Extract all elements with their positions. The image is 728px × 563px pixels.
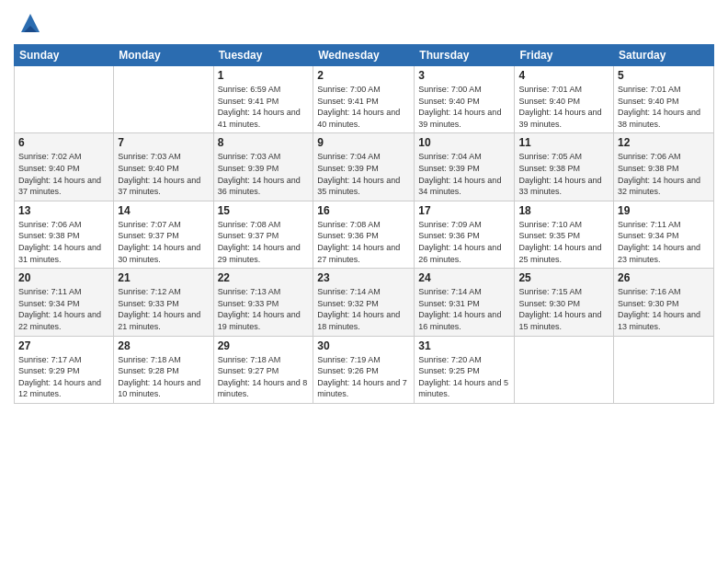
- calendar-cell: 25Sunrise: 7:15 AMSunset: 9:30 PMDayligh…: [515, 269, 614, 336]
- day-number: 11: [518, 136, 609, 149]
- calendar-cell: 7Sunrise: 7:03 AMSunset: 9:40 PMDaylight…: [114, 133, 213, 201]
- day-number: 23: [317, 271, 410, 284]
- page: SundayMondayTuesdayWednesdayThursdayFrid…: [0, 0, 728, 563]
- day-number: 29: [218, 339, 310, 352]
- cell-info: Sunrise: 7:04 AMSunset: 9:39 PMDaylight:…: [317, 151, 410, 197]
- calendar-cell: 12Sunrise: 7:06 AMSunset: 9:38 PMDayligh…: [614, 133, 714, 201]
- calendar-week-row: 20Sunrise: 7:11 AMSunset: 9:34 PMDayligh…: [15, 269, 714, 336]
- calendar-week-row: 1Sunrise: 6:59 AMSunset: 9:41 PMDaylight…: [15, 66, 714, 133]
- cell-info: Sunrise: 7:13 AMSunset: 9:33 PMDaylight:…: [218, 286, 310, 332]
- weekday-header: Wednesday: [313, 45, 415, 66]
- calendar-cell: 26Sunrise: 7:16 AMSunset: 9:30 PMDayligh…: [614, 269, 714, 336]
- calendar-week-row: 6Sunrise: 7:02 AMSunset: 9:40 PMDaylight…: [15, 133, 714, 201]
- weekday-header: Friday: [515, 45, 614, 66]
- cell-info: Sunrise: 7:19 AMSunset: 9:26 PMDaylight:…: [317, 354, 410, 400]
- day-number: 17: [418, 204, 510, 217]
- day-number: 27: [18, 339, 109, 352]
- weekday-header-row: SundayMondayTuesdayWednesdayThursdayFrid…: [15, 45, 714, 66]
- calendar-cell: 22Sunrise: 7:13 AMSunset: 9:33 PMDayligh…: [213, 269, 313, 336]
- day-number: 5: [618, 69, 710, 82]
- cell-info: Sunrise: 7:20 AMSunset: 9:25 PMDaylight:…: [418, 354, 510, 400]
- day-number: 20: [18, 271, 109, 284]
- day-number: 3: [418, 69, 510, 82]
- day-number: 26: [618, 271, 710, 284]
- day-number: 24: [418, 271, 510, 284]
- day-number: 28: [118, 339, 209, 352]
- day-number: 16: [317, 204, 410, 217]
- weekday-header: Sunday: [15, 45, 114, 66]
- calendar-cell: 11Sunrise: 7:05 AMSunset: 9:38 PMDayligh…: [515, 133, 614, 201]
- weekday-header: Thursday: [415, 45, 515, 66]
- cell-info: Sunrise: 7:18 AMSunset: 9:27 PMDaylight:…: [218, 354, 310, 400]
- calendar-table: SundayMondayTuesdayWednesdayThursdayFrid…: [14, 44, 714, 404]
- calendar-cell: 28Sunrise: 7:18 AMSunset: 9:28 PMDayligh…: [114, 336, 213, 403]
- cell-info: Sunrise: 7:14 AMSunset: 9:31 PMDaylight:…: [418, 286, 510, 332]
- calendar-week-row: 13Sunrise: 7:06 AMSunset: 9:38 PMDayligh…: [15, 201, 714, 268]
- calendar-cell: 20Sunrise: 7:11 AMSunset: 9:34 PMDayligh…: [15, 269, 114, 336]
- calendar-cell: 29Sunrise: 7:18 AMSunset: 9:27 PMDayligh…: [213, 336, 313, 403]
- calendar-cell: 1Sunrise: 6:59 AMSunset: 9:41 PMDaylight…: [213, 66, 313, 133]
- day-number: 10: [418, 136, 510, 149]
- cell-info: Sunrise: 7:01 AMSunset: 9:40 PMDaylight:…: [518, 84, 609, 130]
- cell-info: Sunrise: 7:11 AMSunset: 9:34 PMDaylight:…: [18, 286, 109, 332]
- cell-info: Sunrise: 7:04 AMSunset: 9:39 PMDaylight:…: [418, 151, 510, 197]
- calendar-cell: 2Sunrise: 7:00 AMSunset: 9:41 PMDaylight…: [313, 66, 415, 133]
- calendar-cell: [15, 66, 114, 133]
- cell-info: Sunrise: 7:06 AMSunset: 9:38 PMDaylight:…: [18, 219, 109, 265]
- cell-info: Sunrise: 7:01 AMSunset: 9:40 PMDaylight:…: [618, 84, 710, 130]
- cell-info: Sunrise: 7:09 AMSunset: 9:36 PMDaylight:…: [418, 219, 510, 265]
- cell-info: Sunrise: 7:14 AMSunset: 9:32 PMDaylight:…: [317, 286, 410, 332]
- cell-info: Sunrise: 7:00 AMSunset: 9:40 PMDaylight:…: [418, 84, 510, 130]
- cell-info: Sunrise: 7:06 AMSunset: 9:38 PMDaylight:…: [618, 151, 710, 197]
- day-number: 30: [317, 339, 410, 352]
- calendar-cell: [515, 336, 614, 403]
- day-number: 22: [218, 271, 310, 284]
- cell-info: Sunrise: 6:59 AMSunset: 9:41 PMDaylight:…: [218, 84, 310, 130]
- day-number: 1: [218, 69, 310, 82]
- weekday-header: Saturday: [614, 45, 714, 66]
- day-number: 4: [518, 69, 609, 82]
- calendar-cell: 21Sunrise: 7:12 AMSunset: 9:33 PMDayligh…: [114, 269, 213, 336]
- cell-info: Sunrise: 7:08 AMSunset: 9:37 PMDaylight:…: [218, 219, 310, 265]
- cell-info: Sunrise: 7:15 AMSunset: 9:30 PMDaylight:…: [518, 286, 609, 332]
- cell-info: Sunrise: 7:03 AMSunset: 9:40 PMDaylight:…: [118, 151, 209, 197]
- day-number: 8: [218, 136, 310, 149]
- cell-info: Sunrise: 7:10 AMSunset: 9:35 PMDaylight:…: [518, 219, 609, 265]
- cell-info: Sunrise: 7:02 AMSunset: 9:40 PMDaylight:…: [18, 151, 109, 197]
- day-number: 25: [518, 271, 609, 284]
- weekday-header: Tuesday: [213, 45, 313, 66]
- calendar-cell: [114, 66, 213, 133]
- day-number: 6: [18, 136, 109, 149]
- calendar-cell: 6Sunrise: 7:02 AMSunset: 9:40 PMDaylight…: [15, 133, 114, 201]
- calendar-cell: 24Sunrise: 7:14 AMSunset: 9:31 PMDayligh…: [415, 269, 515, 336]
- calendar-cell: 3Sunrise: 7:00 AMSunset: 9:40 PMDaylight…: [415, 66, 515, 133]
- day-number: 19: [618, 204, 710, 217]
- calendar-cell: 31Sunrise: 7:20 AMSunset: 9:25 PMDayligh…: [415, 336, 515, 403]
- logo-icon: [17, 9, 44, 37]
- cell-info: Sunrise: 7:08 AMSunset: 9:36 PMDaylight:…: [317, 219, 410, 265]
- day-number: 18: [518, 204, 609, 217]
- calendar-cell: 13Sunrise: 7:06 AMSunset: 9:38 PMDayligh…: [15, 201, 114, 268]
- header: [14, 9, 714, 37]
- day-number: 9: [317, 136, 410, 149]
- cell-info: Sunrise: 7:07 AMSunset: 9:37 PMDaylight:…: [118, 219, 209, 265]
- day-number: 13: [18, 204, 109, 217]
- cell-info: Sunrise: 7:12 AMSunset: 9:33 PMDaylight:…: [118, 286, 209, 332]
- cell-info: Sunrise: 7:11 AMSunset: 9:34 PMDaylight:…: [618, 219, 710, 265]
- weekday-header: Monday: [114, 45, 213, 66]
- cell-info: Sunrise: 7:05 AMSunset: 9:38 PMDaylight:…: [518, 151, 609, 197]
- calendar-cell: 16Sunrise: 7:08 AMSunset: 9:36 PMDayligh…: [313, 201, 415, 268]
- day-number: 2: [317, 69, 410, 82]
- calendar-cell: 27Sunrise: 7:17 AMSunset: 9:29 PMDayligh…: [15, 336, 114, 403]
- cell-info: Sunrise: 7:17 AMSunset: 9:29 PMDaylight:…: [18, 354, 109, 400]
- calendar-cell: 8Sunrise: 7:03 AMSunset: 9:39 PMDaylight…: [213, 133, 313, 201]
- calendar-cell: 19Sunrise: 7:11 AMSunset: 9:34 PMDayligh…: [614, 201, 714, 268]
- calendar-cell: 14Sunrise: 7:07 AMSunset: 9:37 PMDayligh…: [114, 201, 213, 268]
- calendar-cell: 15Sunrise: 7:08 AMSunset: 9:37 PMDayligh…: [213, 201, 313, 268]
- cell-info: Sunrise: 7:03 AMSunset: 9:39 PMDaylight:…: [218, 151, 310, 197]
- calendar-cell: 17Sunrise: 7:09 AMSunset: 9:36 PMDayligh…: [415, 201, 515, 268]
- day-number: 31: [418, 339, 510, 352]
- calendar-cell: 18Sunrise: 7:10 AMSunset: 9:35 PMDayligh…: [515, 201, 614, 268]
- day-number: 7: [118, 136, 209, 149]
- calendar-cell: 23Sunrise: 7:14 AMSunset: 9:32 PMDayligh…: [313, 269, 415, 336]
